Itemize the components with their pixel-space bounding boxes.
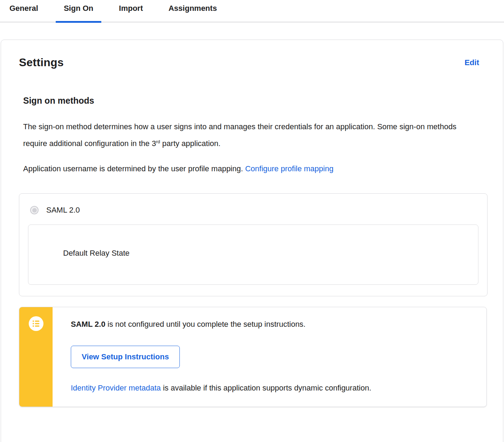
view-setup-instructions-button[interactable]: View Setup Instructions bbox=[71, 346, 180, 368]
tab-general[interactable]: General bbox=[9, 3, 38, 22]
saml-radio-label: SAML 2.0 bbox=[46, 206, 80, 215]
ordinal-suffix: rd bbox=[156, 139, 160, 144]
tab-assignments[interactable]: Assignments bbox=[169, 3, 217, 22]
edit-button[interactable]: Edit bbox=[464, 58, 479, 67]
configure-profile-mapping-link[interactable]: Configure profile mapping bbox=[245, 164, 333, 173]
warning-message: SAML 2.0 is not configured until you com… bbox=[71, 319, 472, 330]
warning-banner-strip bbox=[19, 307, 53, 407]
warning-banner-body: SAML 2.0 is not configured until you com… bbox=[53, 307, 486, 407]
tab-import[interactable]: Import bbox=[119, 3, 143, 22]
description-text-after: party application. bbox=[160, 139, 220, 148]
default-relay-state-fieldset: Default Relay State bbox=[28, 225, 478, 285]
settings-card: Settings Edit Sign on methods The sign-o… bbox=[1, 40, 503, 442]
warning-message-rest: is not configured until you complete the… bbox=[105, 320, 306, 329]
identity-provider-metadata-link[interactable]: Identity Provider metadata bbox=[71, 384, 161, 392]
saml-option-box: SAML 2.0 Default Relay State bbox=[19, 193, 488, 296]
username-mapping-description: Application username is determined by th… bbox=[23, 160, 478, 177]
metadata-line-rest: is available if this application support… bbox=[161, 384, 371, 392]
app-tab-bar: General Sign On Import Assignments bbox=[0, 0, 504, 22]
description-text: The sign-on method determines how a user… bbox=[23, 122, 456, 148]
saml-setup-warning-banner: SAML 2.0 is not configured until you com… bbox=[19, 307, 487, 407]
settings-card-header: Settings Edit bbox=[1, 40, 503, 69]
radio-dot-icon bbox=[32, 208, 37, 213]
sign-on-methods-heading: Sign on methods bbox=[23, 96, 482, 106]
default-relay-state-label: Default Relay State bbox=[28, 225, 478, 258]
username-mapping-text: Application username is determined by th… bbox=[23, 164, 245, 173]
sign-on-description: The sign-on method determines how a user… bbox=[23, 118, 478, 152]
warning-message-bold: SAML 2.0 bbox=[71, 320, 105, 329]
tab-sign-on[interactable]: Sign On bbox=[64, 3, 93, 22]
saml-radio-row: SAML 2.0 bbox=[19, 194, 487, 215]
page-title: Settings bbox=[19, 56, 64, 69]
saml-radio-button[interactable] bbox=[30, 206, 39, 214]
metadata-line: Identity Provider metadata is available … bbox=[71, 384, 472, 393]
list-icon bbox=[29, 316, 43, 331]
